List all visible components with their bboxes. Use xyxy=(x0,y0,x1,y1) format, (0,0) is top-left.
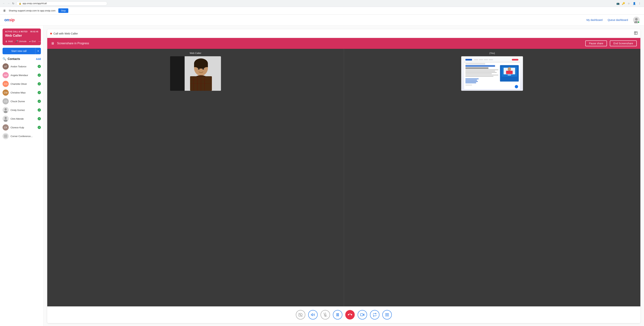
contacts-search-icon[interactable]: 🔍 xyxy=(2,57,6,61)
online-status xyxy=(38,65,41,68)
webcaller-video xyxy=(170,56,221,91)
end-call-button[interactable] xyxy=(345,310,355,320)
contacts-header: 🔍 Contacts Add xyxy=(0,57,44,62)
contact-list: AT Andon Todorov AW Angela Wendaur CO Ch… xyxy=(0,62,44,140)
new-call-dropdown-button[interactable]: ▾ xyxy=(35,48,41,54)
contacts-header-left: 🔍 Contacts xyxy=(2,57,20,61)
queue-dashboard-link[interactable]: Queue dashboard xyxy=(608,18,628,21)
main-content: ACTIVE CALL & MUTED 00:02:45 Web Caller … xyxy=(0,25,644,326)
svg-rect-62 xyxy=(338,314,339,316)
menu-icon[interactable]: ⋮ xyxy=(638,1,642,6)
avatar: CO xyxy=(2,81,9,87)
you-label: (You) xyxy=(489,52,495,54)
active-call-status: ACTIVE CALL & MUTED xyxy=(5,31,28,33)
app-header: onsip My dashboard Queue dashboard xyxy=(0,14,644,25)
hold-button[interactable]: ⏸ Hold xyxy=(5,40,13,43)
camera-toggle-button[interactable] xyxy=(296,310,305,320)
active-call-card: ACTIVE CALL & MUTED 00:02:45 Web Caller … xyxy=(2,28,41,45)
list-item[interactable]: CO Charlotte Oliver xyxy=(0,79,44,88)
avatar: CD xyxy=(2,98,9,104)
forward-button[interactable]: → xyxy=(7,2,10,5)
end-button[interactable]: ↩ End xyxy=(29,40,36,43)
svg-point-69 xyxy=(387,315,388,315)
svg-line-58 xyxy=(299,313,302,317)
contact-name: Charlotte Oliver xyxy=(10,83,36,85)
svg-point-56 xyxy=(515,85,518,88)
pause-call-button[interactable] xyxy=(333,310,342,320)
svg-point-50 xyxy=(508,67,511,71)
expand-button[interactable] xyxy=(634,31,638,35)
add-contact-button[interactable]: Add xyxy=(36,57,41,60)
address-bar[interactable]: 🔒 app.onsip.com/app/#/call xyxy=(16,1,107,5)
video-button[interactable] xyxy=(358,310,367,320)
screenshare-banner: 🖥 Screenshare in Progress Pause share En… xyxy=(47,38,640,49)
svg-point-71 xyxy=(386,316,386,316)
list-item[interactable]: AW Angela Wendaur xyxy=(0,71,44,79)
svg-rect-52 xyxy=(466,78,479,79)
svg-rect-44 xyxy=(466,75,498,75)
list-item[interactable]: Cindy Gomez xyxy=(0,106,44,114)
avatar: CK xyxy=(2,124,9,130)
svg-rect-11 xyxy=(634,31,637,34)
more-options-button[interactable]: ⋯ xyxy=(38,40,42,43)
sharing-message: Sharing support.onsip.com to app.onsip.c… xyxy=(9,9,56,12)
sharing-icon: 🖥 xyxy=(3,9,6,12)
new-call-section: Start new call ▾ xyxy=(2,48,41,54)
svg-rect-45 xyxy=(466,76,494,77)
pause-share-button[interactable]: Pause share xyxy=(585,40,607,46)
sharing-bar: 🖥 Sharing support.onsip.com to app.onsip… xyxy=(0,7,644,14)
reload-button[interactable]: ↻ xyxy=(12,2,15,5)
svg-rect-51 xyxy=(506,71,512,74)
svg-rect-53 xyxy=(466,80,477,81)
keypad-button[interactable] xyxy=(382,310,392,320)
stop-sharing-button[interactable]: Stop xyxy=(58,8,68,13)
key-icon[interactable]: 🔑 xyxy=(621,1,626,6)
list-item[interactable]: Corner Conference... xyxy=(0,132,44,140)
list-item[interactable]: CK Clorece Kulp xyxy=(0,123,44,132)
star-icon[interactable]: ☆ xyxy=(626,1,631,6)
profile-icon[interactable]: 👤 xyxy=(632,1,636,6)
svg-point-26 xyxy=(198,67,200,70)
volume-button[interactable] xyxy=(308,310,318,320)
cast-icon[interactable]: 📺 xyxy=(616,1,620,6)
contact-name: Christine Miao xyxy=(10,91,36,94)
call-title: Call with Web Caller xyxy=(54,32,78,35)
onsip-logo: onsip xyxy=(4,17,14,22)
list-item[interactable]: CM Christine Miao xyxy=(0,88,44,97)
screenshare-status: Screenshare in Progress xyxy=(57,42,582,45)
user-avatar[interactable] xyxy=(633,17,640,23)
my-dashboard-link[interactable]: My dashboard xyxy=(586,18,602,21)
svg-point-1 xyxy=(635,18,638,20)
svg-point-70 xyxy=(388,315,388,315)
online-status xyxy=(38,73,41,77)
end-screenshare-button[interactable]: End Screenshare xyxy=(610,40,637,46)
screen-preview xyxy=(461,56,523,91)
call-area: Call with Web Caller 🖥 Screenshare in Pr… xyxy=(44,25,644,326)
svg-rect-33 xyxy=(484,59,488,60)
online-status xyxy=(38,100,41,103)
new-call-button[interactable]: Start new call xyxy=(2,48,35,54)
unmute-button[interactable]: 🎤 Unmute xyxy=(15,40,26,43)
transfer-button[interactable] xyxy=(370,310,380,320)
svg-rect-41 xyxy=(466,71,495,72)
svg-rect-16 xyxy=(194,63,208,67)
list-item[interactable]: CD Chuck Dunne xyxy=(0,97,44,106)
back-button[interactable]: ← xyxy=(2,2,6,5)
svg-rect-38 xyxy=(466,65,495,67)
contact-name: Corner Conference... xyxy=(10,135,41,138)
url-text: app.onsip.com/app/#/call xyxy=(22,2,47,5)
list-item[interactable]: AT Andon Todorov xyxy=(0,62,44,71)
online-status xyxy=(38,108,41,112)
contact-name: Clint Allende xyxy=(10,117,36,120)
screen-preview-inner xyxy=(462,56,523,91)
list-item[interactable]: Clint Allende xyxy=(0,114,44,123)
microphone-button[interactable] xyxy=(320,310,330,320)
svg-rect-43 xyxy=(466,73,492,74)
video-container: Web Caller xyxy=(47,49,640,307)
call-controls xyxy=(47,307,640,323)
contacts-title: Contacts xyxy=(8,57,20,61)
svg-rect-30 xyxy=(466,59,472,60)
active-call-header: ACTIVE CALL & MUTED 00:02:45 xyxy=(5,31,38,33)
svg-point-7 xyxy=(4,117,7,119)
svg-rect-57 xyxy=(466,85,472,85)
